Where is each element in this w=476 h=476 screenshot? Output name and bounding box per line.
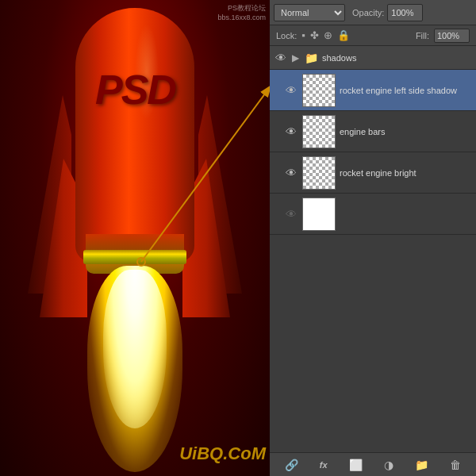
fill-label: Fill: <box>416 31 429 40</box>
layer-visibility-icon-2[interactable]: 👁 <box>284 166 298 180</box>
link-icon[interactable]: 🔗 <box>285 459 298 471</box>
layer-group-shadows[interactable]: 👁 ▶ 📁 shadows <box>270 46 476 70</box>
lock-label: Lock: <box>276 31 297 40</box>
layer-visibility-icon-1[interactable]: 👁 <box>284 125 298 139</box>
rocket-illustration: PSD <box>32 0 238 476</box>
fill-input[interactable] <box>434 29 470 43</box>
layer-thumb-3 <box>302 198 336 231</box>
blend-opacity-toolbar: Normal Opacity: <box>270 0 476 25</box>
lock-move-icon[interactable]: ✤ <box>310 29 319 41</box>
layer-name-1: engine bars <box>340 127 472 136</box>
group-triangle-icon[interactable]: ▶ <box>292 52 299 63</box>
fx-icon[interactable]: fx <box>320 460 328 470</box>
panel-bottom-toolbar: 🔗 fx ⬜ ◑ 📁 🗑 <box>270 452 476 476</box>
adjustment-icon[interactable]: ◑ <box>384 459 393 471</box>
layer-visibility-icon-0[interactable]: 👁 <box>284 83 298 98</box>
layer-thumb-1 <box>302 115 336 148</box>
layer-thumb-2 <box>302 156 336 190</box>
mask-icon[interactable]: ⬜ <box>349 459 363 471</box>
rocket-body: PSD <box>75 8 194 262</box>
layers-panel: Normal Opacity: Lock: ▪ ✤ ⊕ 🔒 Fill: 👁 ▶ … <box>270 0 476 476</box>
delete-icon[interactable]: 🗑 <box>450 459 461 471</box>
folder-icon: 📁 <box>305 52 318 64</box>
lock-row: Lock: ▪ ✤ ⊕ 🔒 Fill: <box>270 25 476 46</box>
cn-watermark: PS教程论坛 bbs.16xx8.com <box>217 4 266 22</box>
layer-thumb-0 <box>302 74 336 107</box>
canvas-area: PSD PS教程论坛 bbs.16xx8.com UiBQ.CoM <box>0 0 270 476</box>
lock-all-icon[interactable]: 🔒 <box>337 29 350 41</box>
layers-list: 👁 ▶ 📁 shadows 👁 rocket engine left side … <box>270 46 476 452</box>
opacity-label: Opacity: <box>352 8 384 17</box>
layer-visibility-icon-3[interactable]: 👁 <box>284 207 298 221</box>
layer-row[interactable]: 👁 rocket engine bright <box>270 152 476 194</box>
lock-pixels-icon[interactable]: ▪ <box>301 29 305 41</box>
engine-band <box>83 250 186 264</box>
layer-row[interactable]: 👁 rocket engine left side shadow <box>270 70 476 111</box>
rocket-text: PSD <box>95 71 175 109</box>
lock-position-icon[interactable]: ⊕ <box>324 29 332 41</box>
layer-name-2: rocket engine bright <box>340 168 472 178</box>
layer-row[interactable]: 👁 engine bars <box>270 111 476 152</box>
group-name: shadows <box>322 53 356 63</box>
flame-inner <box>103 270 167 428</box>
opacity-input[interactable] <box>387 4 423 21</box>
blend-mode-select[interactable]: Normal <box>274 4 345 21</box>
group-visibility-icon[interactable]: 👁 <box>274 51 288 65</box>
layer-row[interactable]: 👁 <box>270 194 476 235</box>
watermark: UiBQ.CoM <box>179 443 266 464</box>
new-folder-icon[interactable]: 📁 <box>415 459 428 471</box>
layer-name-0: rocket engine left side shadow <box>340 86 472 95</box>
